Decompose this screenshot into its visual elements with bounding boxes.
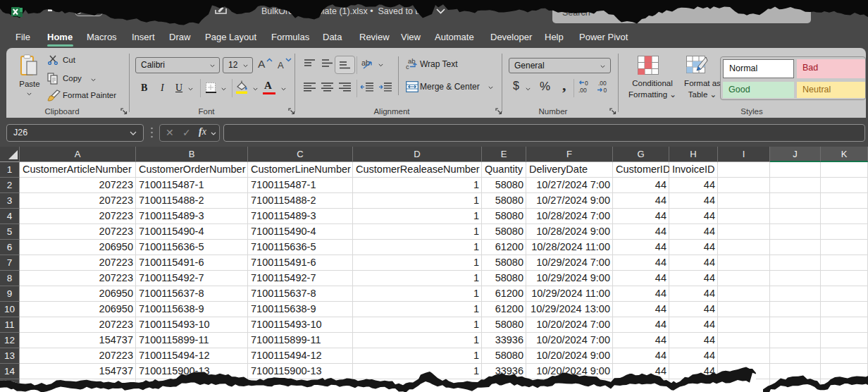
svg-text:0: 0 <box>604 87 607 94</box>
svg-text:0: 0 <box>585 80 588 87</box>
svg-text:.00: .00 <box>578 87 587 94</box>
svg-text:ab: ab <box>361 59 370 67</box>
svg-text:c: c <box>406 63 409 70</box>
svg-text:.00: .00 <box>598 80 607 87</box>
